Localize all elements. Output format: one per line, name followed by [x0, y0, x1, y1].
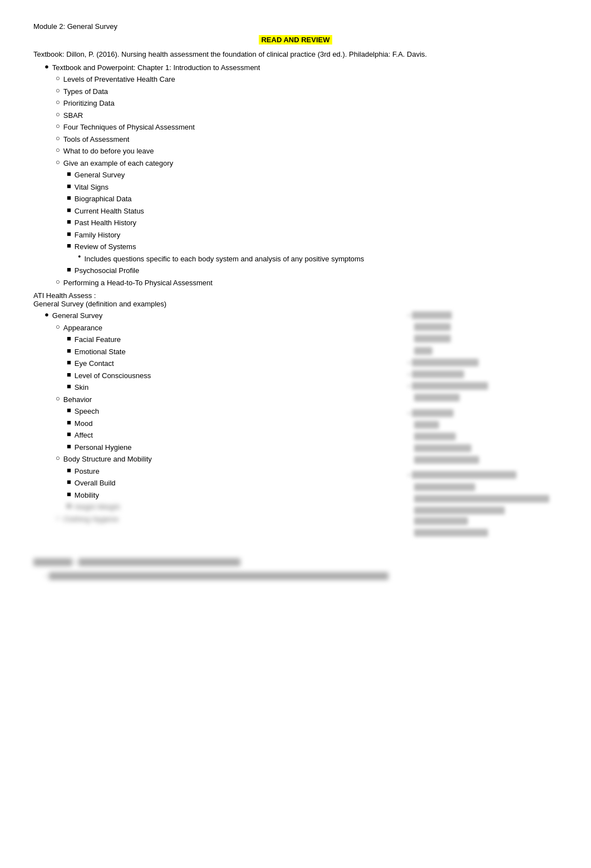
bullet-square: ■ — [67, 418, 71, 426]
gs-item-text: Mobility — [75, 490, 402, 501]
level3-text: Vital Signs — [75, 182, 558, 193]
level3-family-history: ■ Family History — [33, 230, 558, 241]
bullet-open-circle: ○ — [56, 158, 60, 166]
bullet-square: ■ — [67, 230, 71, 238]
gs-emotional-state: ■ Emotional State — [33, 346, 402, 358]
gs-item-text: Level of Consciousness — [75, 370, 402, 381]
level3-current-health: ■ Current Health Status — [33, 206, 558, 217]
bullet-square: ■ — [67, 406, 71, 414]
bullet-open-circle: ○ — [56, 98, 60, 106]
gs-item-text: Mood — [75, 418, 402, 429]
bullet-open-circle: ○ — [56, 110, 60, 118]
ati-label: ATI Health Assess : — [33, 291, 558, 300]
level2-text: Give an example of each category — [63, 158, 558, 169]
gs-appearance-text: Appearance — [63, 323, 402, 334]
bullet-open-circle: ○ — [56, 454, 60, 462]
level3-text: Review of Systems — [75, 241, 558, 252]
level3-text: Current Health Status — [75, 206, 558, 217]
gs-item-text: Overall Build — [75, 478, 402, 489]
gs-main-bullet: ● General Survey — [33, 310, 402, 321]
bullet-square: ■ — [67, 170, 71, 178]
bullet-open-circle: ○ — [56, 74, 60, 82]
bullet-square: ■ — [67, 346, 71, 355]
read-review-badge: READ AND REVIEW — [259, 35, 332, 44]
bullet-open-circle: ○ — [56, 323, 60, 331]
textbook-ref: Textbook: Dillon, P. (2016). Nursing hea… — [33, 49, 558, 60]
level3-text: Past Health History — [75, 217, 558, 229]
bullet-square: ■ — [67, 430, 71, 438]
level2-item-sbar: ○ SBAR — [33, 110, 558, 121]
bullet-square: ■ — [67, 194, 71, 202]
level3-text: Family History — [75, 230, 558, 241]
gs-item-text: Posture — [75, 466, 402, 477]
bullet-square: ■ — [67, 217, 71, 226]
chapter1-intro-text: Textbook and Powerpoint: Chapter 1: Intr… — [52, 62, 558, 73]
gs-facial-feature: ■ Facial Feature — [33, 334, 402, 345]
level3-vital-signs: ■ Vital Signs — [33, 182, 558, 193]
bullet-open-circle: ○ — [56, 514, 60, 522]
level2-performing: ○ Performing a Head-to-To Physical Asses… — [33, 277, 558, 289]
module-title: Module 2: General Survey — [33, 22, 558, 31]
gs-mobility: ■ Mobility — [33, 490, 402, 501]
bullet-square: ■ — [67, 265, 71, 274]
level2-text: Four Techniques of Physical Assessment — [63, 122, 558, 133]
bullet-dot: ● — [78, 254, 81, 259]
level2-item-types: ○ Types of Data — [33, 86, 558, 97]
level2-text: Performing a Head-to-To Physical Assessm… — [63, 277, 558, 289]
gs-item-text: Personal Hygiene — [75, 442, 402, 453]
level2-text: What to do before you leave — [63, 146, 558, 157]
bullet-square: ■ — [67, 382, 71, 390]
bullet-open-circle: ○ — [56, 122, 60, 130]
level3-text: Psychosocial Profile — [75, 265, 558, 276]
two-col-layout: ● General Survey ○ Appearance ■ Facial F… — [33, 310, 558, 540]
bullet-open-circle: ○ — [56, 134, 60, 142]
level2-item-prioritizing: ○ Prioritizing Data — [33, 98, 558, 109]
gs-blurred-item-2: ○ Clothing Hygiene — [33, 514, 402, 525]
gs-behavior: ○ Behavior — [33, 394, 402, 405]
level3-text: Biographical Data — [75, 194, 558, 205]
level2-text: Levels of Preventative Health Care — [63, 74, 558, 85]
read-review-container: READ AND REVIEW — [33, 35, 558, 44]
level4-text: Includes questions specific to each body… — [84, 254, 558, 265]
gs-item-text: Eye Contact — [75, 358, 402, 369]
level2-item-give-example: ○ Give an example of each category — [33, 158, 558, 169]
level3-review-systems: ■ Review of Systems — [33, 241, 558, 252]
bullet-square: ■ — [67, 442, 71, 450]
gs-appearance: ○ Appearance — [33, 323, 402, 334]
gs-posture: ■ Posture — [33, 466, 402, 477]
gs-item-text: Affect — [75, 430, 402, 441]
level2-text: Types of Data — [63, 86, 558, 97]
gs-item-text: Emotional State — [75, 346, 402, 358]
level2-item-tools: ○ Tools of Assessment — [33, 134, 558, 145]
bullet-filled-circle: ● — [45, 62, 49, 71]
bullet-open-circle: ○ — [56, 146, 60, 154]
general-survey-label: General Survey (definition and examples) — [33, 300, 558, 308]
level2-item-what-to-do: ○ What to do before you leave — [33, 146, 558, 157]
level3-biographical-data: ■ Biographical Data — [33, 194, 558, 205]
gs-item-text: Speech — [75, 406, 402, 417]
gs-eye-contact: ■ Eye Contact — [33, 358, 402, 369]
chapter1-section: ● Textbook and Powerpoint: Chapter 1: In… — [33, 62, 558, 289]
gs-main-text: General Survey — [52, 310, 402, 321]
level2-text: Prioritizing Data — [63, 98, 558, 109]
bullet-square: ■ — [67, 370, 71, 379]
bullet-open-circle: ○ — [56, 277, 60, 286]
gs-overall-build: ■ Overall Build — [33, 478, 402, 489]
bullet-open-circle: ○ — [56, 394, 60, 403]
bullet-square: ■ — [67, 478, 71, 486]
right-column-blurred: ▪ Appearance Type Look OK ▪ Level State … — [402, 310, 558, 540]
gs-body-structure: ○ Body Structure and Mobility — [33, 454, 402, 465]
bullet-filled-circle: ● — [45, 310, 49, 319]
gs-blurred-item-1: ■ Height Weight — [33, 502, 402, 513]
level2-item-four-techniques: ○ Four Techniques of Physical Assessment — [33, 122, 558, 133]
bottom-blurred-section: ██ ████ ▪ ███████ ████████████ ███ ████ … — [33, 557, 558, 583]
gs-item-text: Skin — [75, 382, 402, 393]
level3-past-health: ■ Past Health History — [33, 217, 558, 229]
gs-mood: ■ Mood — [33, 418, 402, 429]
gs-behavior-text: Behavior — [63, 394, 402, 405]
gs-personal-hygiene: ■ Personal Hygiene — [33, 442, 402, 453]
level3-psychosocial: ■ Psychosocial Profile — [33, 265, 558, 276]
bullet-open-circle: ○ — [56, 86, 60, 95]
level2-item-preventative: ○ Levels of Preventative Health Care — [33, 74, 558, 85]
bullet-square: ■ — [67, 334, 71, 343]
